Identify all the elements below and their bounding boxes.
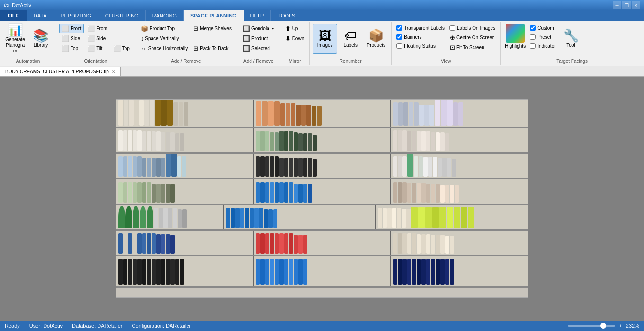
transparent-labels-check[interactable] <box>396 25 402 31</box>
generate-planogram-button[interactable]: 📊 Generate Planogram <box>3 24 27 54</box>
zoom-in-button[interactable]: + <box>619 323 622 329</box>
product-shelf-button[interactable]: 🔲 Product <box>240 34 277 43</box>
top-label-2: Top <box>122 46 130 51</box>
orientation-label: Orientation <box>59 58 132 64</box>
side-icon-1: ⬜ <box>62 35 69 42</box>
tilt-button[interactable]: ⬜ Tilt <box>85 44 109 53</box>
product-top-button[interactable]: 📦 Product Top <box>138 24 190 33</box>
products-4-3 <box>392 179 460 203</box>
minimize-button[interactable]: ─ <box>613 1 621 9</box>
ribbon-tab-bar: FILE DATA REPORTING CLUSTERING RANGING S… <box>0 10 644 21</box>
add-remove-col: 📦 Product Top ↕ Space Vertically ↔ Space… <box>138 24 190 53</box>
products-4-2 <box>255 179 313 203</box>
tf-options-col: Custom Preset Indicator <box>528 24 557 50</box>
ribbon: 📊 Generate Planogram 📚 Library Automatio… <box>0 21 644 66</box>
products-2-2 <box>255 128 318 152</box>
products-5-3 <box>377 205 475 229</box>
labels-on-images-check[interactable] <box>449 25 455 31</box>
banners-cb[interactable]: Banners <box>394 33 447 41</box>
products-7-1 <box>117 256 185 286</box>
centre-label: Centre On Screen <box>456 35 495 40</box>
products-button[interactable]: 📦 Products <box>364 24 388 54</box>
space-horizontally-button[interactable]: ↔ Space Horizontally <box>138 44 190 53</box>
preset-cb[interactable]: Preset <box>528 33 557 41</box>
window-controls: ─ ❐ ✕ <box>613 1 640 9</box>
custom-check[interactable] <box>530 25 536 31</box>
space-h-label: Space Horizontally <box>148 46 188 51</box>
custom-cb[interactable]: Custom <box>528 24 557 32</box>
zoom-out-button[interactable]: ─ <box>561 323 564 329</box>
section-7-3 <box>391 256 528 286</box>
section-4-2 <box>254 179 391 203</box>
section-5-2 <box>224 205 376 229</box>
top-button-1[interactable]: ⬜ Top <box>59 44 84 53</box>
tab-tools[interactable]: TOOLS <box>271 10 302 21</box>
mirror-col: ⬆ Up ⬇ Down <box>283 24 307 43</box>
floating-status-cb[interactable]: Floating Status <box>394 42 447 50</box>
labels-button[interactable]: 🏷 Labels <box>338 24 363 54</box>
labels-on-images-cb[interactable]: Labels On Images <box>447 24 497 32</box>
up-button[interactable]: ⬆ Up <box>283 24 307 33</box>
shelf-row-2 <box>116 128 528 154</box>
down-button[interactable]: ⬇ Down <box>283 34 307 43</box>
section-4-1 <box>116 179 254 203</box>
preset-label: Preset <box>537 35 551 40</box>
tab-help[interactable]: HELP <box>244 10 271 21</box>
library-button[interactable]: 📚 Library <box>28 24 53 54</box>
tab-space-planning[interactable]: SPACE PLANNING <box>184 10 244 21</box>
fit-to-screen-button[interactable]: ⊡ Fit To Screen <box>447 43 497 52</box>
top-button-2[interactable]: ⬜ Top <box>111 44 132 53</box>
maximize-button[interactable]: ❐ <box>622 1 631 9</box>
indicator-label: Indicator <box>537 44 555 49</box>
preset-check[interactable] <box>530 34 536 40</box>
down-label: Down <box>292 36 304 41</box>
section-4-3 <box>391 179 528 203</box>
indicator-cb[interactable]: Indicator <box>528 42 557 50</box>
merge-shelves-button[interactable]: ⊟ Merge Shelves <box>191 24 234 33</box>
tab-file[interactable]: FILE <box>0 10 27 21</box>
products-5-1 <box>117 205 188 229</box>
planogram-view[interactable] <box>116 99 528 298</box>
banners-check[interactable] <box>396 34 402 40</box>
images-button[interactable]: 🖼 Images <box>313 24 337 54</box>
transparent-labels-cb[interactable]: Transparent Labels <box>394 24 447 32</box>
doc-filename: BODY CREAMS_CLUSTER A_4.PROPOSED.flp <box>5 69 109 74</box>
tab-ranging[interactable]: RANGING <box>146 10 184 21</box>
section-1-3 <box>391 100 528 127</box>
gondola-button[interactable]: 🔲 Gondola ▼ <box>240 24 277 33</box>
custom-label: Custom <box>537 26 554 31</box>
side-button-1[interactable]: ⬜ Side <box>59 34 84 43</box>
doc-close-button[interactable]: ✕ <box>112 70 116 74</box>
pack-back-button[interactable]: ⊞ Pack To Back <box>191 44 234 53</box>
tab-clustering[interactable]: CLUSTERING <box>98 10 146 21</box>
tab-data[interactable]: DATA <box>27 10 54 21</box>
space-v-label: Space Vertically <box>145 36 179 41</box>
front-button-2[interactable]: ⬜ Front <box>85 24 109 33</box>
products-2-3 <box>392 128 450 152</box>
side-button-2[interactable]: ⬜ Side <box>85 34 109 43</box>
up-label: Up <box>292 26 298 31</box>
front-button-1[interactable]: ⬜ Front <box>59 24 84 33</box>
target-facings-label: Target Facings <box>503 58 641 64</box>
tab-reporting[interactable]: REPORTING <box>54 10 98 21</box>
selected-icon: 🔲 <box>242 45 250 52</box>
status-right: ─ + 232% <box>561 323 639 329</box>
close-button[interactable]: ✕ <box>632 1 640 9</box>
shelf-row-7 <box>116 256 528 287</box>
tool-icon: 🔧 <box>564 29 579 42</box>
doc-tab[interactable]: BODY CREAMS_CLUSTER A_4.PROPOSED.flp ✕ <box>0 67 121 76</box>
tool-button[interactable]: 🔧 Tool <box>559 24 583 54</box>
selected-button[interactable]: 🔲 Selected <box>240 44 277 53</box>
group-renumber: 🖼 Images 🏷 Labels 📦 Products Renumber <box>310 22 392 65</box>
down-icon: ⬇ <box>286 35 291 42</box>
zoom-slider[interactable] <box>568 325 615 327</box>
centre-on-screen-button[interactable]: ⊕ Centre On Screen <box>447 33 497 42</box>
main-canvas <box>0 77 644 321</box>
indicator-check[interactable] <box>530 43 536 49</box>
products-icon: 📦 <box>368 29 384 42</box>
space-vertically-button[interactable]: ↕ Space Vertically <box>138 34 190 43</box>
floating-status-check[interactable] <box>396 43 402 49</box>
generate-icon: 📊 <box>8 24 23 36</box>
merge-icon: ⊟ <box>193 25 198 32</box>
shelf-col: 🔲 Gondola ▼ 🔲 Product 🔲 Selected <box>240 24 277 53</box>
